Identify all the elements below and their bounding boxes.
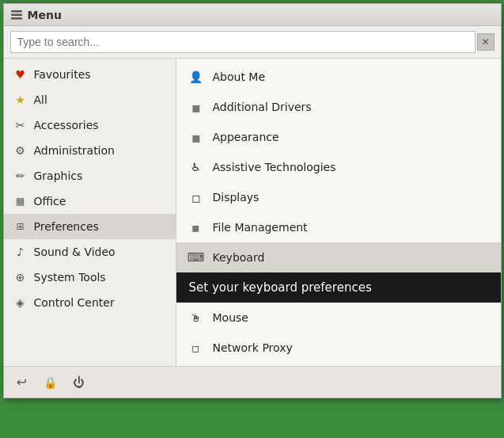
sound-video-icon bbox=[13, 245, 28, 259]
sidebar-item-sound-video[interactable]: Sound & Video bbox=[4, 239, 176, 265]
menu-item-assistive-technologies[interactable]: Assistive Technologies bbox=[176, 152, 501, 182]
sidebar-item-system-tools[interactable]: System Tools bbox=[4, 265, 176, 290]
mouse-icon bbox=[188, 309, 205, 326]
sidebar-item-label-sound-video: Sound & Video bbox=[34, 246, 116, 258]
sidebar-item-label-graphics: Graphics bbox=[34, 169, 83, 182]
menu-item-label-displays: Displays bbox=[213, 191, 260, 204]
sidebar-item-label-administration: Administration bbox=[34, 144, 115, 157]
menu-item-about-me[interactable]: About Me bbox=[176, 62, 501, 92]
sidebar-item-label-control-center: Control Center bbox=[34, 296, 115, 309]
menu-item-label-file-management: File Management bbox=[213, 221, 308, 234]
menu-item-keyboard[interactable]: Keyboard bbox=[176, 242, 501, 272]
menu-body: Favourites All Accessories Administratio… bbox=[4, 59, 501, 366]
menu-item-mouse[interactable]: Mouse bbox=[176, 303, 501, 333]
title-bar: Menu bbox=[4, 4, 501, 26]
svg-rect-1 bbox=[11, 13, 22, 16]
sidebar-item-label-favourites: Favourites bbox=[34, 68, 91, 81]
menu-item-file-management[interactable]: File Management bbox=[176, 212, 501, 242]
sidebar-item-label-accessories: Accessories bbox=[34, 119, 99, 131]
svg-rect-0 bbox=[11, 10, 22, 13]
left-panel: Favourites All Accessories Administratio… bbox=[4, 59, 176, 366]
network-proxy-icon bbox=[188, 339, 205, 356]
title-bar-text: Menu bbox=[28, 9, 62, 21]
accessories-icon bbox=[13, 118, 28, 132]
sidebar-item-office[interactable]: Office bbox=[4, 189, 176, 214]
sidebar-item-control-center[interactable]: Control Center bbox=[4, 290, 176, 315]
displays-icon bbox=[188, 189, 205, 206]
preferences-icon bbox=[13, 219, 28, 234]
sidebar-item-graphics[interactable]: Graphics bbox=[4, 163, 176, 189]
appearance-icon bbox=[188, 128, 205, 146]
power-button[interactable] bbox=[70, 374, 88, 391]
bottom-bar bbox=[4, 366, 501, 398]
right-panel: About Me Additional Drivers Appearance A… bbox=[176, 59, 501, 366]
sidebar-item-favourites[interactable]: Favourites bbox=[4, 62, 176, 87]
all-icon bbox=[13, 93, 28, 107]
lock-button[interactable] bbox=[42, 374, 59, 391]
menu-item-label-appearance: Appearance bbox=[213, 131, 279, 143]
menu-item-network-proxy[interactable]: Network Proxy bbox=[176, 333, 501, 363]
sidebar-item-accessories[interactable]: Accessories bbox=[4, 112, 176, 138]
graphics-icon bbox=[13, 169, 28, 183]
additional-drivers-icon bbox=[188, 98, 205, 116]
menu-item-appearance[interactable]: Appearance bbox=[176, 122, 501, 152]
sidebar-item-preferences[interactable]: Preferences bbox=[4, 214, 176, 239]
office-icon bbox=[13, 194, 28, 208]
sidebar-item-label-all: All bbox=[34, 93, 47, 106]
search-input[interactable] bbox=[10, 31, 476, 53]
about-me-icon bbox=[188, 68, 205, 86]
sidebar-item-all[interactable]: All bbox=[4, 87, 176, 112]
favourites-icon bbox=[13, 67, 28, 82]
menu-item-label-about-me: About Me bbox=[213, 70, 266, 83]
sidebar-item-label-office: Office bbox=[34, 195, 66, 208]
file-management-icon bbox=[188, 219, 205, 236]
menu-item-label-mouse: Mouse bbox=[213, 311, 248, 324]
system-tools-icon bbox=[13, 270, 28, 284]
sidebar-item-label-preferences: Preferences bbox=[34, 220, 99, 233]
menu-item-displays[interactable]: Displays bbox=[176, 182, 501, 212]
menu-window: Menu ✕ Favourites All Accessories Admini… bbox=[3, 3, 502, 398]
menu-item-additional-drivers[interactable]: Additional Drivers bbox=[176, 92, 501, 122]
sidebar-item-label-system-tools: System Tools bbox=[34, 271, 106, 284]
menu-item-label-additional-drivers: Additional Drivers bbox=[213, 101, 312, 113]
svg-rect-2 bbox=[11, 17, 22, 20]
search-bar: ✕ bbox=[4, 26, 501, 59]
keyboard-icon bbox=[188, 249, 205, 266]
menu-item-label-assistive-technologies: Assistive Technologies bbox=[213, 161, 336, 173]
administration-icon bbox=[13, 143, 28, 158]
assistive-technologies-icon bbox=[188, 158, 205, 176]
search-clear-button[interactable]: ✕ bbox=[477, 33, 495, 51]
control-center-icon bbox=[13, 295, 28, 310]
menu-item-label-keyboard: Keyboard bbox=[213, 251, 265, 264]
menu-item-label-network-proxy: Network Proxy bbox=[213, 341, 293, 354]
logout-button[interactable] bbox=[13, 374, 31, 391]
menu-icon bbox=[10, 9, 23, 21]
keyboard-tooltip: Set your keyboard preferences bbox=[176, 272, 501, 303]
sidebar-item-administration[interactable]: Administration bbox=[4, 138, 176, 163]
